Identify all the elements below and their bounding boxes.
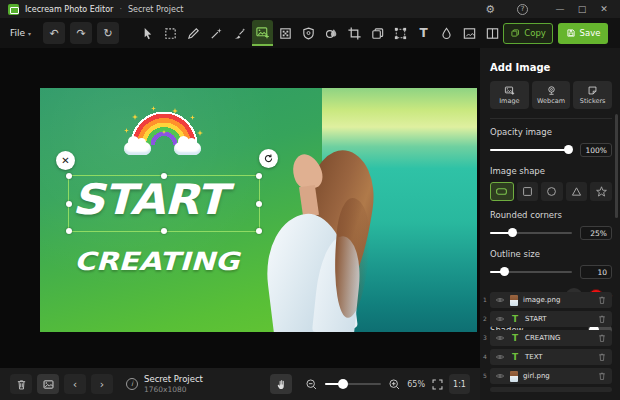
layer-row-girl[interactable]: 5 girl.png — [490, 368, 612, 384]
trash-icon[interactable] — [597, 371, 607, 381]
layer-row-start[interactable]: 2 T START — [490, 311, 612, 327]
trash-icon[interactable] — [597, 352, 607, 362]
girl-photo-layer[interactable] — [265, 128, 410, 332]
copy-button[interactable]: Copy — [503, 23, 553, 44]
trash-icon[interactable] — [597, 333, 607, 343]
reset-button[interactable]: ↻ — [97, 22, 119, 44]
droplet-tool-icon[interactable] — [436, 20, 457, 46]
selection-handle[interactable] — [256, 173, 262, 179]
opacity-slider[interactable] — [490, 149, 572, 151]
panel-scrollbar[interactable] — [615, 114, 618, 218]
duplicate-tool-icon[interactable] — [367, 20, 388, 46]
outline-size-knob[interactable] — [500, 267, 509, 276]
minimize-button[interactable]: — — [552, 4, 568, 14]
selection-handle[interactable] — [161, 228, 167, 234]
redo-button[interactable]: ↷ — [70, 22, 92, 44]
undo-button[interactable]: ↶ — [43, 22, 65, 44]
watermark-shield-tool-icon[interactable] — [298, 20, 319, 46]
add-image-tool-icon[interactable] — [252, 20, 273, 46]
layer-row-creating[interactable]: 3 T CREATING — [490, 330, 612, 346]
eye-icon[interactable] — [495, 371, 505, 381]
layers-list: 1 image.png 2 T START 3 T CREATING — [480, 292, 620, 395]
eye-icon[interactable] — [495, 333, 505, 343]
rotate-selection-button[interactable] — [259, 149, 278, 168]
actual-size-button[interactable]: 1:1 — [449, 374, 470, 394]
selection-handle[interactable] — [66, 228, 72, 234]
shape-square-button[interactable] — [517, 182, 539, 201]
eye-icon[interactable] — [495, 295, 505, 305]
opacity-slider-knob[interactable] — [564, 145, 573, 154]
selection-handle[interactable] — [256, 228, 262, 234]
trash-icon[interactable] — [597, 314, 607, 324]
gallery-button[interactable] — [37, 374, 59, 394]
settings-gear-icon[interactable]: ⚙ — [485, 4, 495, 15]
eye-icon[interactable] — [495, 314, 505, 324]
split-view-tool-icon[interactable] — [482, 20, 503, 46]
zoom-slider-knob[interactable] — [338, 379, 348, 389]
outline-size-value[interactable]: 10 — [580, 265, 612, 279]
image-shape-label: Image shape — [490, 166, 612, 176]
outline-size-slider[interactable] — [490, 271, 572, 273]
marquee-select-tool-icon[interactable] — [160, 20, 181, 46]
canvas-workspace[interactable]: START CREATING ✕ — [0, 48, 480, 368]
zoom-value: 65% — [407, 380, 425, 389]
crop-tool-icon[interactable] — [344, 20, 365, 46]
canvas-image[interactable]: START CREATING ✕ — [40, 88, 477, 332]
zoom-out-button[interactable] — [305, 378, 318, 391]
next-button[interactable]: › — [91, 374, 113, 394]
previous-button[interactable]: ‹ — [64, 374, 86, 394]
selection-handle[interactable] — [256, 201, 262, 207]
help-icon[interactable]: ? — [517, 4, 528, 15]
delete-project-button[interactable] — [10, 374, 32, 394]
opacity-value[interactable]: 100% — [580, 143, 612, 157]
rotate-icon — [263, 153, 274, 164]
text-tool-icon[interactable]: T — [413, 20, 434, 46]
stickers-source-button[interactable]: Stickers — [573, 81, 612, 109]
cloud-left-icon — [124, 142, 151, 155]
webcam-icon — [546, 85, 557, 96]
color-drop-tool-icon[interactable] — [321, 20, 342, 46]
pen-tool-icon[interactable] — [183, 20, 204, 46]
zoom-in-button[interactable] — [388, 378, 401, 391]
rounded-corners-slider[interactable] — [490, 232, 572, 234]
shape-circle-button[interactable] — [541, 182, 563, 201]
file-menu-button[interactable]: File▾ — [10, 28, 31, 38]
layer-row-partial[interactable] — [490, 387, 612, 392]
webcam-source-button[interactable]: Webcam — [532, 81, 571, 109]
zoom-slider[interactable] — [325, 383, 381, 385]
text-layer-icon: T — [510, 333, 520, 343]
trash-icon[interactable] — [597, 295, 607, 305]
selection-handle[interactable] — [66, 201, 72, 207]
eye-icon[interactable] — [495, 352, 505, 362]
rainbow-sticker[interactable] — [124, 106, 204, 160]
pan-hand-button[interactable] — [270, 374, 292, 394]
shape-triangle-button[interactable] — [566, 182, 588, 201]
layer-row-image[interactable]: 1 image.png — [490, 292, 612, 308]
selection-handle[interactable] — [66, 173, 72, 179]
maximize-button[interactable]: □ — [574, 4, 590, 14]
app-logo-icon — [8, 4, 19, 15]
rounded-corners-value[interactable]: 25% — [580, 226, 612, 240]
frame-image-tool-icon[interactable] — [459, 20, 480, 46]
pattern-tool-icon[interactable] — [275, 20, 296, 46]
layer-thumbnail — [510, 371, 518, 382]
info-icon[interactable]: i — [126, 378, 138, 390]
shape-rounded-rect-button[interactable] — [490, 182, 514, 201]
resize-tool-icon[interactable] — [390, 20, 411, 46]
close-button[interactable]: ✕ — [596, 4, 612, 14]
fit-screen-button[interactable] — [431, 378, 444, 391]
enhance-brush-tool-icon[interactable] — [229, 20, 250, 46]
delete-selection-button[interactable]: ✕ — [56, 151, 75, 170]
layer-row-text[interactable]: 4 T TEXT — [490, 349, 612, 365]
image-source-button[interactable]: Image — [490, 81, 529, 109]
statusbar: ‹ › i Secret Project 1760x1080 65% 1:1 — [0, 368, 480, 400]
selection-handle[interactable] — [161, 173, 167, 179]
selection-box[interactable] — [68, 175, 260, 232]
cursor-tool-icon[interactable] — [137, 20, 158, 46]
magic-wand-tool-icon[interactable] — [206, 20, 227, 46]
save-button[interactable]: Save — [558, 23, 608, 44]
copy-icon — [510, 28, 520, 38]
rounded-corners-label: Rounded corners — [490, 210, 612, 220]
shape-star-button[interactable] — [590, 182, 612, 201]
rounded-corners-knob[interactable] — [508, 228, 517, 237]
